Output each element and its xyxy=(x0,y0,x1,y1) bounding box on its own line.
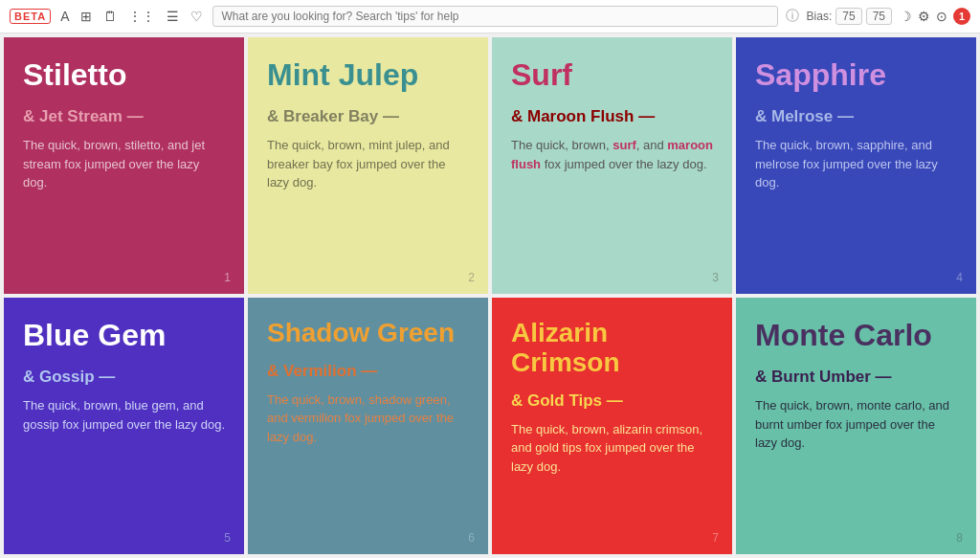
font-icon[interactable]: A xyxy=(58,7,71,26)
columns-icon[interactable]: ⊞ xyxy=(78,7,94,26)
card-title-stiletto: Stiletto xyxy=(23,58,225,92)
gear-icon[interactable]: ⚙ xyxy=(918,9,930,24)
card-subtitle-mint: & Breaker Bay — xyxy=(267,107,469,126)
card-body-mint: The quick, brown, mint julep, and breake… xyxy=(267,136,469,192)
bias-label: Bias: xyxy=(807,10,833,23)
card-title-sapphire: Sapphire xyxy=(755,58,957,92)
card-alizarin-crimson[interactable]: Alizarin Crimson & Gold Tips — The quick… xyxy=(492,298,732,554)
user-icon[interactable]: ⊙ xyxy=(936,9,947,24)
card-title-surf: Surf xyxy=(511,58,713,92)
card-body-montecarlo: The quick, brown, monte carlo, and burnt… xyxy=(755,396,957,453)
card-number-stiletto: 1 xyxy=(224,271,231,284)
card-title-mint: Mint Julep xyxy=(267,58,469,92)
body-highlight1-surf: surf xyxy=(612,138,636,152)
card-mint-julep[interactable]: Mint Julep & Breaker Bay — The quick, br… xyxy=(248,37,488,294)
bias-val1[interactable]: 75 xyxy=(835,8,861,25)
card-body-alizarin: The quick, brown, alizarin crimson, and … xyxy=(511,420,713,477)
card-subtitle-montecarlo: & Burnt Umber — xyxy=(755,368,957,387)
card-body-sapphire: The quick, brown, sapphire, and melrose … xyxy=(755,136,957,192)
search-input[interactable] xyxy=(212,6,777,27)
card-body-surf: The quick, brown, surf, and maroon flush… xyxy=(511,136,713,173)
card-number-surf: 3 xyxy=(712,271,719,284)
card-subtitle-stiletto: & Jet Stream — xyxy=(23,107,225,126)
body-suffix-surf: fox jumped over the lazy dog. xyxy=(541,157,706,171)
card-monte-carlo[interactable]: Monte Carlo & Burnt Umber — The quick, b… xyxy=(736,298,976,554)
card-subtitle-sapphire: & Melrose — xyxy=(755,107,957,126)
card-subtitle-bluegem: & Gossip — xyxy=(23,368,225,387)
list-icon[interactable]: ☰ xyxy=(165,7,181,26)
color-grid: Stiletto & Jet Stream — The quick, brown… xyxy=(0,33,980,558)
right-icons: ☽ ⚙ ⊙ 1 xyxy=(900,8,970,25)
card-subtitle-alizarin: & Gold Tips — xyxy=(511,391,713,411)
card-body-bluegem: The quick, brown, blue gem, and gossip f… xyxy=(23,396,225,434)
body-prefix-surf: The quick, brown, xyxy=(511,138,612,152)
card-shadow-green[interactable]: Shadow Green & Vermilion — The quick, br… xyxy=(248,298,488,554)
card-surf[interactable]: Surf & Maroon Flush — The quick, brown, … xyxy=(492,37,732,294)
beta-logo: BETA xyxy=(10,9,51,24)
card-body-shadowgreen: The quick, brown, shadow green, and verm… xyxy=(267,391,469,447)
notification-badge[interactable]: 1 xyxy=(953,8,970,25)
card-title-shadowgreen: Shadow Green xyxy=(267,319,469,348)
bias-val2[interactable]: 75 xyxy=(866,8,892,25)
card-number-alizarin: 7 xyxy=(712,531,719,545)
card-number-sapphire: 4 xyxy=(956,271,963,284)
moon-icon[interactable]: ☽ xyxy=(900,9,912,24)
card-number-montecarlo: 8 xyxy=(956,531,963,545)
card-title-bluegem: Blue Gem xyxy=(23,319,225,352)
card-title-montecarlo: Monte Carlo xyxy=(755,319,957,352)
card-sapphire[interactable]: Sapphire & Melrose — The quick, brown, s… xyxy=(736,37,976,294)
card-number-mint: 2 xyxy=(468,271,475,284)
card-number-bluegem: 5 xyxy=(224,531,231,545)
card-number-shadowgreen: 6 xyxy=(468,531,475,545)
card-subtitle-surf: & Maroon Flush — xyxy=(511,107,713,126)
card-body-stiletto: The quick, brown, stiletto, and jet stre… xyxy=(23,136,225,192)
doc-icon[interactable]: 🗒 xyxy=(101,7,119,26)
navbar: BETA A ⊞ 🗒 ⋮⋮ ☰ ♡ ⓘ Bias: 75 75 ☽ ⚙ ⊙ 1 xyxy=(0,0,980,33)
body-mid-surf: , and xyxy=(636,138,668,152)
grid-icon[interactable]: ⋮⋮ xyxy=(126,7,157,26)
card-subtitle-shadowgreen: & Vermilion — xyxy=(267,362,469,381)
info-icon[interactable]: ⓘ xyxy=(786,8,799,25)
card-title-alizarin: Alizarin Crimson xyxy=(511,319,713,378)
card-stiletto[interactable]: Stiletto & Jet Stream — The quick, brown… xyxy=(4,37,244,294)
bias-control: Bias: 75 75 xyxy=(807,8,892,25)
card-blue-gem[interactable]: Blue Gem & Gossip — The quick, brown, bl… xyxy=(4,298,244,554)
heart-icon[interactable]: ♡ xyxy=(189,7,205,26)
